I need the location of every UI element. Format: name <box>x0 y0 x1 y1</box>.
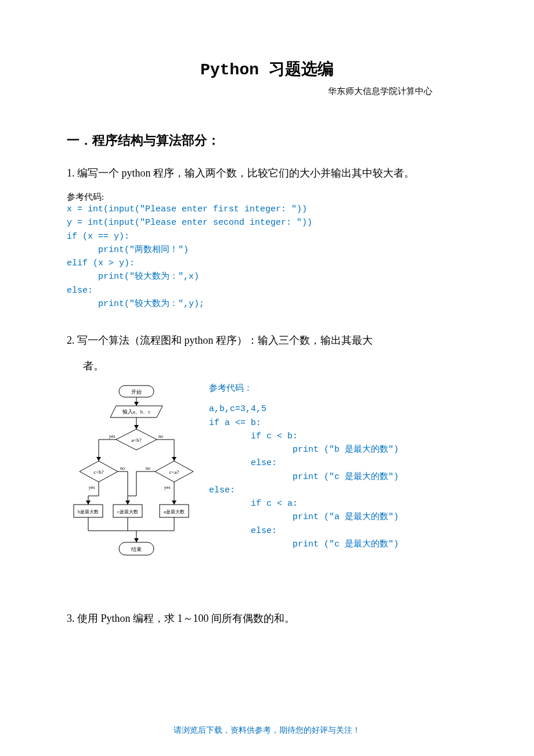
reference-code-label-2: 参考代码： <box>209 383 467 394</box>
flow-no-2: no <box>120 466 125 471</box>
flow-cond-cb: c<b? <box>93 469 104 475</box>
page-footer: 请浏览后下载，资料供参考，期待您的好评与关注！ <box>0 725 534 736</box>
svg-marker-18 <box>86 501 91 505</box>
svg-marker-5 <box>134 425 139 429</box>
flow-no-1: no <box>158 434 163 439</box>
flow-yes-2: yes <box>89 485 95 490</box>
document-subtitle: 华东师大信息学院计算中心 <box>67 86 467 97</box>
problem-3: 3. 使用 Python 编程，求 1～100 间所有偶数的和。 <box>67 606 467 631</box>
flowchart-svg: 开始 输入a、b、c a<b? yes <box>73 380 200 577</box>
flow-out-c: c是最大数 <box>117 509 138 514</box>
problem-1: 1. 编写一个 python 程序，输入两个数，比较它们的大小并输出其中较大者。 <box>67 161 467 186</box>
flow-no-3: no <box>146 466 150 471</box>
svg-marker-23 <box>172 501 176 505</box>
flow-out-a: a是最大数 <box>164 509 185 514</box>
flow-out-b: b是最大数 <box>78 509 99 514</box>
svg-marker-35 <box>134 538 139 542</box>
flowchart-column: 开始 输入a、b、c a<b? yes <box>67 380 200 577</box>
code-column-2: 参考代码： a,b,c=3,4,5 if a <= b: if c < b: p… <box>209 380 467 577</box>
problem-2-cont: 者。 <box>67 359 467 373</box>
flow-yes-3: yes <box>164 485 171 490</box>
svg-marker-12 <box>172 457 176 461</box>
section-heading: 一．程序结构与算法部分： <box>67 132 467 149</box>
flow-start: 开始 <box>131 389 142 395</box>
problem-2-content: 开始 输入a、b、c a<b? yes <box>67 380 467 577</box>
document-title: Python 习题选编 <box>67 58 467 80</box>
problem-2: 2. 写一个算法（流程图和 python 程序）：输入三个数，输出其最大 <box>67 328 467 353</box>
flow-cond-ca: c<a? <box>169 469 179 475</box>
code-block-2: a,b,c=3,4,5 if a <= b: if c < b: print (… <box>209 402 467 551</box>
svg-marker-9 <box>96 457 101 461</box>
reference-code-label-1: 参考代码: <box>67 192 467 203</box>
flow-input: 输入a、b、c <box>122 409 151 415</box>
svg-marker-21 <box>125 501 130 505</box>
flow-yes-1: yes <box>109 434 116 439</box>
svg-marker-2 <box>134 402 139 406</box>
flow-cond-ab: a<b? <box>131 437 142 443</box>
flow-end: 结束 <box>131 546 142 552</box>
page: Python 习题选编 华东师大信息学院计算中心 一．程序结构与算法部分： 1.… <box>0 0 534 756</box>
code-block-1: x = int(input("Please enter first intege… <box>67 203 467 311</box>
